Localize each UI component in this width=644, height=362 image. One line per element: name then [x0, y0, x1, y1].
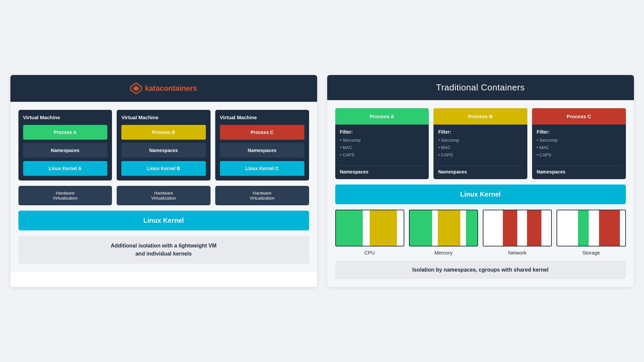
kata-footer-text: Additional isolation with a lightweight …	[24, 242, 303, 258]
filter-items-c: • Seccomp• MAC• CAPS	[537, 137, 621, 159]
kata-footer: Additional isolation with a lightweight …	[18, 236, 309, 264]
vm-grid: Virtual Machine Process A Namespaces Lin…	[18, 110, 309, 180]
vm-box-2: Virtual Machine Process B Namespaces Lin…	[117, 110, 211, 180]
namespaces-box-3: Namespaces	[220, 143, 304, 158]
vm-title-2: Virtual Machine	[121, 115, 206, 120]
mem-seg-1	[410, 210, 432, 246]
namespaces-box-2: Namespaces	[121, 143, 206, 158]
process-col-a: Process A Filter: • Seccomp• MAC• CAPS N…	[335, 108, 429, 179]
resource-cpu: CPU	[335, 210, 404, 256]
memory-bar	[409, 210, 478, 246]
resource-storage: Storage	[557, 210, 626, 256]
kata-logo-text: katacontainers	[145, 84, 197, 93]
process-grid: Process A Filter: • Seccomp• MAC• CAPS N…	[335, 108, 626, 179]
kernel-box-b: Linux Kernel B	[121, 161, 206, 176]
kata-body: Virtual Machine Process A Namespaces Lin…	[10, 102, 317, 272]
kata-logo-icon	[130, 82, 142, 94]
vm-title-1: Virtual Machine	[23, 115, 108, 120]
network-label: Network	[508, 250, 527, 256]
vm-box-3: Virtual Machine Process C Namespaces Lin…	[215, 110, 309, 180]
resource-grid: CPU Memory	[335, 210, 626, 256]
process-col-body-c: Filter: • Seccomp• MAC• CAPS Namespaces	[532, 125, 626, 179]
process-col-body-a: Filter: • Seccomp• MAC• CAPS Namespaces	[335, 125, 429, 179]
trad-body: Process A Filter: • Seccomp• MAC• CAPS N…	[327, 100, 634, 287]
filter-items-b: • Seccomp• MAC• CAPS	[438, 137, 523, 159]
process-col-header-a: Process A	[335, 108, 429, 125]
kernel-box-a: Linux Kernel A	[23, 161, 108, 176]
trad-header-title: Traditional Containers	[334, 82, 627, 93]
cpu-seg-2	[363, 210, 369, 246]
filter-label-a: Filter:	[340, 129, 424, 135]
vm-title-3: Virtual Machine	[220, 115, 304, 120]
kata-header: katacontainers	[10, 75, 317, 102]
ns-label-c: Namespaces	[537, 169, 621, 174]
storage-label: Storage	[582, 250, 600, 256]
net-seg-3	[517, 210, 527, 246]
kata-logo: katacontainers	[17, 82, 310, 94]
mem-seg-4	[460, 210, 466, 246]
vm-box-1: Virtual Machine Process A Namespaces Lin…	[18, 110, 112, 180]
divider-a	[340, 165, 424, 166]
trad-footer-text: Isolation by namespaces, cgroups with sh…	[341, 267, 620, 273]
hw-virt-grid: HardwareVirtualization HardwareVirtualiz…	[18, 186, 309, 205]
cpu-seg-3	[370, 210, 397, 246]
net-seg-1	[483, 210, 503, 246]
process-box-c: Process C	[220, 125, 304, 140]
divider-b	[438, 165, 523, 166]
mem-seg-2	[432, 210, 438, 246]
hw-virt-1: HardwareVirtualization	[18, 186, 112, 205]
hw-virt-3: HardwareVirtualization	[215, 186, 309, 205]
mem-seg-5	[466, 210, 477, 246]
process-col-header-c: Process C	[532, 108, 626, 125]
ns-label-b: Namespaces	[438, 169, 523, 174]
sto-seg-2	[578, 210, 588, 246]
filter-items-a: • Seccomp• MAC• CAPS	[340, 137, 424, 159]
kata-panel: katacontainers Virtual Machine Process A…	[10, 75, 317, 287]
network-bar	[483, 210, 552, 246]
storage-bar	[557, 210, 626, 246]
containers-text: containers	[160, 84, 197, 92]
sto-seg-4	[599, 210, 620, 246]
cpu-seg-1	[336, 210, 363, 246]
resource-network: Network	[483, 210, 552, 256]
net-seg-4	[527, 210, 541, 246]
namespaces-box-1: Namespaces	[23, 143, 108, 158]
sto-seg-5	[620, 210, 625, 246]
kernel-box-c: Linux Kernel C	[220, 161, 304, 176]
trad-linux-kernel: Linux Kernel	[335, 185, 626, 204]
cpu-seg-4	[397, 210, 404, 246]
net-seg-2	[503, 210, 517, 246]
resource-memory: Memory	[409, 210, 478, 256]
process-col-c: Process C Filter: • Seccomp• MAC• CAPS N…	[532, 108, 626, 179]
process-box-a: Process A	[23, 125, 108, 140]
sto-seg-1	[557, 210, 578, 246]
process-col-body-b: Filter: • Seccomp• MAC• CAPS Namespaces	[433, 125, 527, 179]
mem-seg-3	[438, 210, 460, 246]
memory-label: Memory	[434, 250, 453, 256]
ns-label-a: Namespaces	[340, 169, 424, 174]
kata-linux-kernel: Linux Kernel	[18, 211, 309, 230]
process-col-header-b: Process B	[433, 108, 527, 125]
filter-label-c: Filter:	[537, 129, 621, 135]
cpu-bar	[335, 210, 404, 246]
trad-header: Traditional Containers	[327, 75, 634, 100]
trad-footer: Isolation by namespaces, cgroups with sh…	[335, 261, 626, 279]
hw-virt-2: HardwareVirtualization	[117, 186, 211, 205]
main-container: katacontainers Virtual Machine Process A…	[10, 75, 634, 287]
divider-c	[537, 165, 621, 166]
cpu-label: CPU	[364, 250, 375, 256]
kata-text: kata	[145, 84, 160, 92]
process-col-b: Process B Filter: • Seccomp• MAC• CAPS N…	[433, 108, 527, 179]
net-seg-5	[541, 210, 551, 246]
trad-panel: Traditional Containers Process A Filter:…	[327, 75, 634, 287]
process-box-b: Process B	[121, 125, 206, 140]
sto-seg-3	[589, 210, 599, 246]
filter-label-b: Filter:	[438, 129, 523, 135]
